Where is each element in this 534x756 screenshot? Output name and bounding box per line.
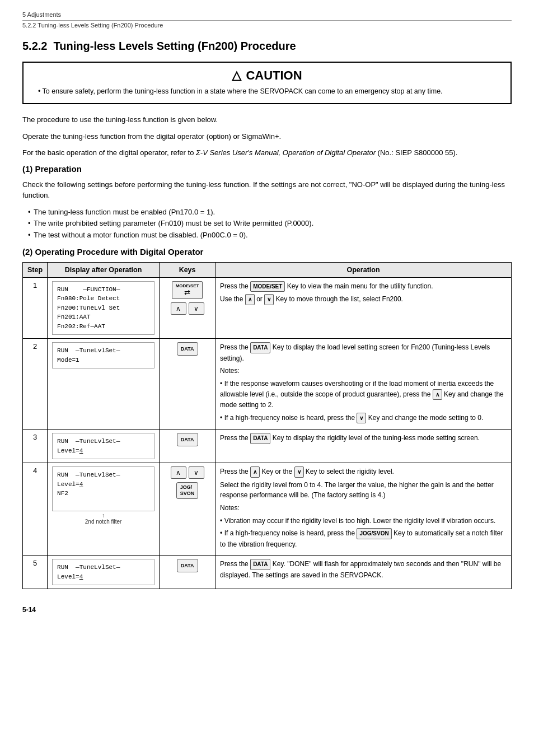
up-arrow-key-4: ∧ bbox=[171, 466, 186, 479]
data-key-5: DATA bbox=[177, 559, 198, 572]
keys-4: ∧ ∨ JOG/SVON bbox=[160, 463, 216, 556]
intro-p3-post: (No.: SIEP S800000 55). bbox=[376, 148, 457, 157]
section-number: 5.2.2 bbox=[22, 40, 47, 52]
procedure-table: Step Display after Operation Keys Operat… bbox=[22, 262, 512, 589]
operation-4: Press the ∧ Key or the ∨ Key to select t… bbox=[216, 463, 512, 556]
display-1: RUN —FUNCTION—Fn080:Pole DetectFn200:Tun… bbox=[48, 277, 160, 339]
bullet-1: The tuning-less function must be enabled… bbox=[28, 207, 512, 218]
data-key-3: DATA bbox=[177, 433, 198, 446]
step-3: 3 bbox=[23, 430, 48, 463]
col-header-operation: Operation bbox=[216, 262, 512, 277]
intro-p2: Operate the tuning-less function from th… bbox=[22, 131, 512, 142]
step-2: 2 bbox=[23, 339, 48, 430]
intro-p1: The procedure to use the tuning-less fun… bbox=[22, 114, 512, 125]
table-row: 1 RUN —FUNCTION—Fn080:Pole DetectFn200:T… bbox=[23, 277, 512, 339]
up-arrow-key-1: ∧ bbox=[171, 302, 186, 315]
display-4: RUN —TuneLvlSet—Level=4NF2 ↑2nd notch fi… bbox=[48, 463, 160, 556]
table-row: 4 RUN —TuneLvlSet—Level=4NF2 ↑2nd notch … bbox=[23, 463, 512, 556]
data-key-2: DATA bbox=[177, 342, 198, 356]
caution-triangle-icon: △ bbox=[232, 68, 241, 83]
step-5: 5 bbox=[23, 556, 48, 589]
down-arrow-key-4: ∨ bbox=[189, 466, 204, 479]
modeset-key-1: MODE/SET ⇄ bbox=[172, 281, 203, 299]
step-1: 1 bbox=[23, 277, 48, 339]
display-2: RUN —TuneLvlSet—Mode=1 bbox=[48, 339, 160, 430]
preparation-body: Check the following settings before perf… bbox=[22, 179, 512, 201]
section-title: 5.2.2 Tuning-less Levels Setting (Fn200)… bbox=[22, 40, 512, 53]
intro-p3: For the basic operation of the digital o… bbox=[22, 147, 512, 158]
display-3: RUN —TuneLvlSet—Level=4 bbox=[48, 430, 160, 463]
operation-2: Press the DATA Key to display the load l… bbox=[216, 339, 512, 430]
down-arrow-key-1: ∨ bbox=[189, 302, 204, 315]
jog-key-4: JOG/SVON bbox=[176, 482, 199, 499]
keys-5: DATA bbox=[160, 556, 216, 589]
col-header-display: Display after Operation bbox=[48, 262, 160, 277]
section-heading-text: Tuning-less Levels Setting (Fn200) Proce… bbox=[54, 40, 296, 52]
keys-3: DATA bbox=[160, 430, 216, 463]
breadcrumb-line1: 5 Adjustments bbox=[22, 11, 512, 21]
operating-procedure-heading: (2) Operating Procedure with Digital Ope… bbox=[22, 247, 512, 256]
col-header-step: Step bbox=[23, 262, 48, 277]
preparation-heading: (1) Preparation bbox=[22, 164, 512, 174]
caution-body: • To ensure safety, perform the tuning-l… bbox=[32, 87, 502, 95]
intro-p3-pre: For the basic operation of the digital o… bbox=[22, 148, 196, 157]
preparation-bullets: The tuning-less function must be enabled… bbox=[28, 207, 512, 241]
caution-label: CAUTION bbox=[246, 68, 302, 83]
page-footer: 5-14 bbox=[22, 606, 512, 614]
table-row: 2 RUN —TuneLvlSet—Mode=1 DATA Press the … bbox=[23, 339, 512, 430]
operation-3: Press the DATA Key to display the rigidi… bbox=[216, 430, 512, 463]
caution-box: △ CAUTION • To ensure safety, perform th… bbox=[22, 62, 512, 104]
keys-1: MODE/SET ⇄ ∧ ∨ bbox=[160, 277, 216, 339]
caution-title: △ CAUTION bbox=[32, 68, 502, 83]
table-row: 5 RUN —TuneLvlSet—Level=4 DATA Press the… bbox=[23, 556, 512, 589]
intro-p3-italic: Σ-V Series User's Manual, Operation of D… bbox=[196, 148, 376, 157]
bullet-2: The write prohibited setting parameter (… bbox=[28, 218, 512, 230]
keys-2: DATA bbox=[160, 339, 216, 430]
table-row: 3 RUN —TuneLvlSet—Level=4 DATA Press the… bbox=[23, 430, 512, 463]
col-header-keys: Keys bbox=[160, 262, 216, 277]
bullet-3: The test without a motor function must b… bbox=[28, 230, 512, 241]
operation-5: Press the DATA Key. "DONE" will flash fo… bbox=[216, 556, 512, 589]
breadcrumb-line2: 5.2.2 Tuning-less Levels Setting (Fn200)… bbox=[22, 22, 512, 29]
step-4: 4 bbox=[23, 463, 48, 556]
display-5: RUN —TuneLvlSet—Level=4 bbox=[48, 556, 160, 589]
operation-1: Press the MODE/SET Key to view the main … bbox=[216, 277, 512, 339]
